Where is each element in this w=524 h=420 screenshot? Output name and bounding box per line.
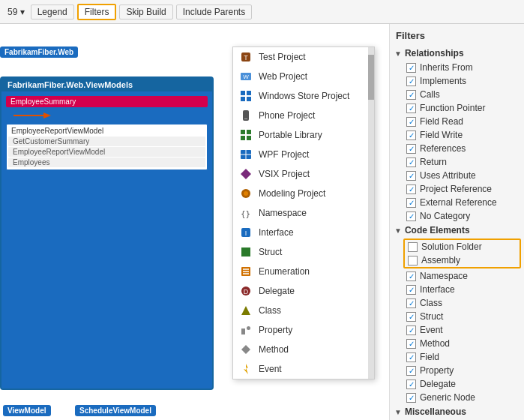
filter-checkbox-uses-attribute[interactable] [406,171,416,181]
filter-checkbox-event[interactable] [406,326,416,335]
canvas-item-employees[interactable]: Employees [8,158,205,167]
filter-generic-node[interactable]: Generic Node [390,391,524,404]
canvas-node-viewmodel[interactable]: ViewModel [3,405,51,416]
canvas-node-scheduleviewmodel[interactable]: ScheduleViewModel [75,405,156,416]
popup-item-label: Phone Project [259,110,315,121]
filter-class[interactable]: Class [390,296,524,310]
popup-item-web-project[interactable]: W Web Project [233,67,374,86]
code-elements-label: Code Elements [405,225,470,236]
popup-scrollbar[interactable] [368,47,374,379]
popup-item-wpf-project[interactable]: WPF Project [233,145,374,164]
canvas-item-employee-report2[interactable]: EmployeeReportViewModel [8,147,205,157]
canvas-item-get-customer[interactable]: GetCustomerSummary [8,136,205,146]
popup-item-portable-library[interactable]: Portable Library [233,125,374,145]
filter-references[interactable]: References [390,142,524,155]
filter-checkbox-return[interactable] [406,158,416,167]
filter-label-method: Method [420,338,450,349]
popup-item-modeling-project[interactable]: Modeling Project [233,184,374,203]
filter-uses-attribute[interactable]: Uses Attribute [390,169,524,182]
filter-project-reference[interactable]: Project Reference [390,182,524,196]
filter-checkbox-function-pointer[interactable] [406,104,416,113]
canvas-item-employee-report[interactable]: EmployeeReportViewModel [7,126,207,136]
popup-item-interface[interactable]: I Interface [233,223,374,242]
portable-library-icon [239,128,253,142]
filters-button[interactable]: Filters [77,4,117,20]
class-icon [239,304,253,317]
filter-checkbox-delegate[interactable] [406,380,416,389]
popup-item-struct[interactable]: Struct [233,242,374,262]
filter-checkbox-class[interactable] [406,298,416,308]
filter-field-write[interactable]: Field Write [390,128,524,142]
popup-item-label: Event [259,364,282,374]
miscellaneous-header[interactable]: ▼ Miscellaneous [390,404,524,419]
filter-return[interactable]: Return [390,155,524,169]
filter-field-read[interactable]: Field Read [390,115,524,128]
popup-item-namespace[interactable]: {} Namespace [233,203,374,223]
filter-method[interactable]: Method [390,337,524,350]
legend-button[interactable]: Legend [31,4,74,20]
filter-struct[interactable]: Struct [390,310,524,323]
popup-item-delegate[interactable]: D Delegate [233,281,374,301]
svg-text:{}: {} [241,209,250,219]
filter-checkbox-no-category[interactable] [406,212,416,221]
popup-scroll-thumb [368,55,374,100]
skip-build-button[interactable]: Skip Build [119,4,172,20]
canvas-item-employee-summary[interactable]: EmployeeSummary [6,96,208,107]
miscellaneous-arrow: ▼ [394,408,402,416]
toolbar-number[interactable]: 59 ▾ [4,5,28,19]
filter-label-inherits-from: Inherits From [420,62,473,73]
filter-label-property: Property [420,365,454,376]
popup-item-method[interactable]: Method [233,340,374,359]
popup-item-label: WPF Project [259,149,309,160]
canvas-main-box: FabrikamFiber.Web.ViewModels EmployeeSum… [0,76,214,390]
filter-assembly[interactable]: Assembly [405,254,520,267]
filter-checkbox-namespace[interactable] [406,272,416,281]
filter-inherits-from[interactable]: Inherits From [390,61,524,74]
popup-item-phone-project[interactable]: Phone Project [233,106,374,125]
filter-event[interactable]: Event [390,323,524,337]
code-elements-header[interactable]: ▼ Code Elements [390,223,524,238]
filter-delegate[interactable]: Delegate [390,377,524,391]
filter-checkbox-references[interactable] [406,144,416,154]
filter-interface[interactable]: Interface [390,283,524,296]
popup-item-event[interactable]: Event [233,359,374,379]
filter-checkbox-field-read[interactable] [406,117,416,127]
filter-checkbox-solution-folder[interactable] [408,242,418,252]
filter-namespace[interactable]: Namespace [390,269,524,283]
popup-item-enumeration[interactable]: Enumeration [233,262,374,281]
filter-field[interactable]: Field [390,350,524,364]
popup-item-windows-store[interactable]: Windows Store Project [233,86,374,106]
relationships-header[interactable]: ▼ Relationships [390,46,524,61]
filter-checkbox-assembly[interactable] [408,256,418,266]
filter-checkbox-field-write[interactable] [406,130,416,140]
popup-item-property[interactable]: Property [233,320,374,340]
popup-item-test-project[interactable]: T Test Project [233,47,374,67]
filter-checkbox-calls[interactable] [406,90,416,100]
popup-item-class[interactable]: Class [233,301,374,320]
filter-property[interactable]: Property [390,364,524,377]
filter-label-assembly: Assembly [421,255,460,266]
include-parents-button[interactable]: Include Parents [176,4,252,20]
filter-implements[interactable]: Implements [390,74,524,88]
filter-checkbox-implements[interactable] [406,76,416,86]
filter-checkbox-project-reference[interactable] [406,184,416,194]
popup-item-vsix-project[interactable]: VSIX Project [233,164,374,184]
filter-external-reference[interactable]: External Reference [390,196,524,209]
canvas-node-fabrikam-web[interactable]: FabrikamFiber.Web [0,46,78,58]
filter-checkbox-generic-node[interactable] [406,393,416,403]
filter-checkbox-external-reference[interactable] [406,198,416,208]
filter-function-pointer[interactable]: Function Pointer [390,101,524,115]
filter-checkbox-interface[interactable] [406,285,416,295]
filter-checkbox-method[interactable] [406,339,416,349]
relationships-label: Relationships [405,48,464,58]
popup-item-label: Class [259,305,281,316]
filter-checkbox-field[interactable] [406,352,416,362]
filter-checkbox-inherits-from[interactable] [406,63,416,73]
filter-label-event: Event [420,325,443,335]
filter-label-delegate: Delegate [420,379,456,389]
filter-solution-folder[interactable]: Solution Folder [405,240,520,254]
filter-checkbox-property[interactable] [406,366,416,376]
filter-no-category[interactable]: No Category [390,209,524,223]
filter-calls[interactable]: Calls [390,88,524,101]
filter-checkbox-struct[interactable] [406,312,416,322]
